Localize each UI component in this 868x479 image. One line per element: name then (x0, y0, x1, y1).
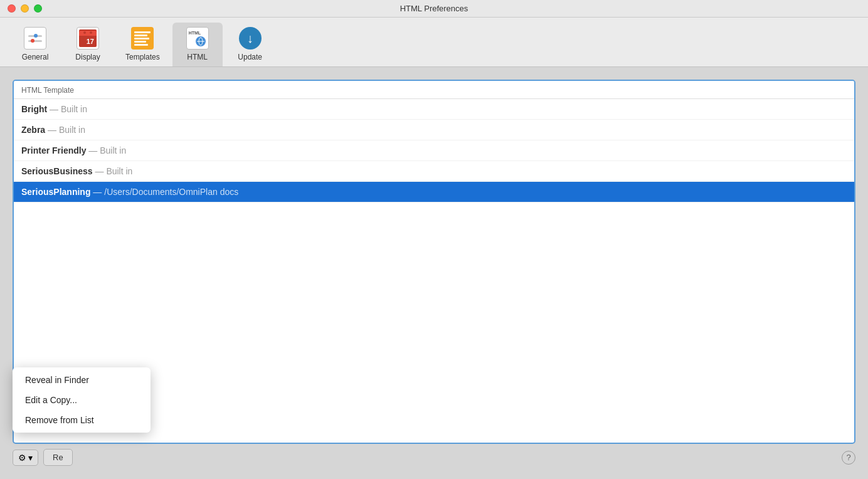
item-name-serious-planning: SeriousPlanning (21, 187, 90, 197)
dropdown-item-reveal[interactable]: Reveal in Finder (13, 370, 151, 390)
display-icon-box: 17 (76, 26, 100, 50)
list-item-serious-business[interactable]: SeriousBusiness — Built in (14, 161, 854, 182)
item-suffix-zebra: — Built in (48, 125, 85, 135)
update-label: Update (238, 53, 262, 61)
main-content: HTML Template Bright — Built in Zebra — … (0, 67, 868, 478)
toolbar-item-html[interactable]: HTML HTML (172, 23, 223, 66)
html-globe (194, 35, 207, 48)
item-name-printer-friendly: Printer Friendly (21, 145, 86, 155)
toolbar-item-update[interactable]: ↓ Update (225, 23, 275, 66)
dropdown-item-edit[interactable]: Edit a Copy... (13, 390, 151, 410)
calendar-dot-1 (83, 31, 86, 34)
item-name-bright: Bright (21, 104, 47, 114)
template-line-4 (134, 41, 146, 43)
template-line-5 (134, 44, 148, 46)
help-icon: ? (846, 453, 850, 462)
general-label: General (22, 53, 49, 61)
window-controls (8, 4, 42, 13)
item-name-serious-business: SeriousBusiness (21, 166, 93, 176)
slider-row-2 (28, 40, 42, 42)
calendar-dot-2 (90, 31, 92, 34)
restore-label: Re (53, 453, 63, 462)
maximize-button[interactable] (34, 4, 42, 13)
help-button[interactable]: ? (842, 451, 855, 465)
dropdown-item-remove[interactable]: Remove from List (13, 410, 151, 430)
display-icon: 17 (77, 27, 99, 50)
general-icon (24, 27, 46, 50)
html-text: HTML (189, 31, 201, 35)
templates-label: Templates (125, 53, 160, 61)
bottom-bar: ⚙ ▾ Reveal in Finder Edit a Copy... Remo… (13, 449, 855, 466)
left-controls: ⚙ ▾ Reveal in Finder Edit a Copy... Remo… (13, 449, 73, 466)
template-line-2 (134, 34, 147, 36)
slider-row-1 (28, 35, 42, 37)
globe-svg (196, 37, 205, 46)
display-label: Display (75, 53, 100, 61)
toolbar: General 17 Display (0, 18, 868, 67)
toolbar-item-general[interactable]: General (10, 23, 60, 66)
general-icon-box (23, 26, 47, 50)
calendar-dots (82, 31, 94, 34)
html-icon-box: HTML (186, 26, 209, 50)
gear-icon: ⚙ (18, 453, 26, 463)
template-line-1 (134, 31, 151, 33)
item-suffix-bright: — Built in (50, 104, 87, 114)
update-icon-box: ↓ (238, 26, 262, 50)
restore-button[interactable]: Re (43, 449, 73, 466)
chevron-down-icon: ▾ (28, 453, 33, 463)
actions-dropdown-menu: Reveal in Finder Edit a Copy... Remove f… (13, 367, 151, 433)
item-suffix-printer-friendly: — Built in (88, 145, 126, 155)
list-item-bright[interactable]: Bright — Built in (14, 99, 854, 120)
html-label: HTML (187, 53, 208, 61)
templates-icon (131, 27, 154, 50)
list-item-zebra[interactable]: Zebra — Built in (14, 120, 854, 140)
toolbar-item-display[interactable]: 17 Display (63, 23, 113, 66)
minimize-button[interactable] (21, 4, 29, 13)
display-number: 17 (87, 38, 94, 45)
item-suffix-serious-planning: — /Users/Documents/OmniPlan docs (93, 187, 238, 197)
templates-icon-box (130, 26, 154, 50)
update-icon: ↓ (239, 27, 262, 50)
list-item-serious-planning[interactable]: SeriousPlanning — /Users/Documents/OmniP… (14, 182, 854, 203)
html-icon: HTML (186, 27, 209, 50)
window-title: HTML Preferences (400, 4, 468, 13)
list-header: HTML Template (14, 81, 854, 99)
title-bar: HTML Preferences (0, 0, 868, 18)
update-arrow: ↓ (247, 32, 253, 45)
list-item-printer-friendly[interactable]: Printer Friendly — Built in (14, 140, 854, 161)
toolbar-item-templates[interactable]: Templates (115, 23, 170, 66)
item-name-zebra: Zebra (21, 125, 45, 135)
item-suffix-serious-business: — Built in (95, 166, 133, 176)
close-button[interactable] (8, 4, 16, 13)
display-inner: 17 (79, 29, 97, 47)
template-line-3 (134, 38, 149, 39)
gear-dropdown-button[interactable]: ⚙ ▾ (13, 450, 38, 466)
